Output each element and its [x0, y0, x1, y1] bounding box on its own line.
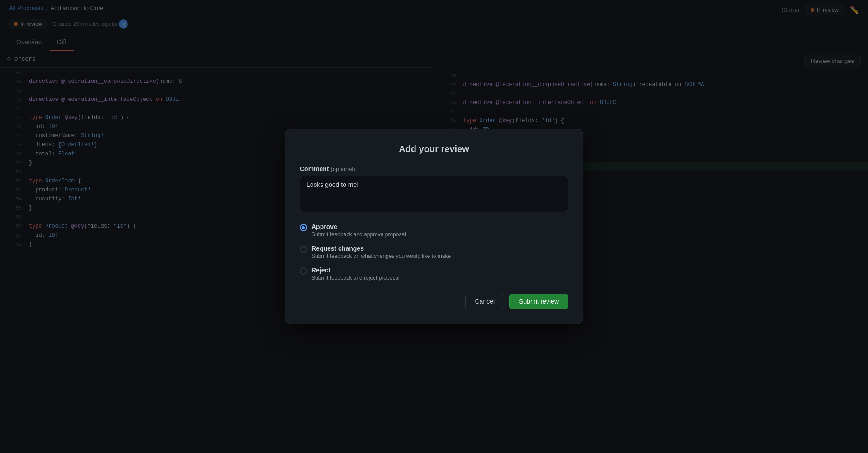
radio-btn-approve — [300, 224, 307, 231]
radio-reject-content: Reject Submit feedback and reject propos… — [311, 267, 400, 281]
submit-review-button[interactable]: Submit review — [509, 294, 568, 309]
radio-approve-desc: Submit feedback and approve proposal — [311, 231, 406, 238]
modal-actions: Cancel Submit review — [300, 294, 568, 309]
review-modal: Add your review Comment (optional) Looks… — [285, 129, 583, 324]
comment-label-text: Comment — [300, 165, 329, 172]
comment-textarea[interactable]: Looks good to me! — [300, 176, 568, 212]
radio-group: Approve Submit feedback and approve prop… — [300, 223, 568, 281]
radio-btn-request-changes — [300, 246, 307, 253]
radio-approve-content: Approve Submit feedback and approve prop… — [311, 223, 406, 238]
modal-title: Add your review — [300, 144, 568, 154]
radio-reject-desc: Submit feedback and reject proposal — [311, 275, 400, 281]
radio-reject-label: Reject — [311, 267, 400, 274]
radio-btn-reject — [300, 267, 307, 275]
radio-approve[interactable]: Approve Submit feedback and approve prop… — [300, 223, 568, 238]
radio-request-changes-label: Request changes — [311, 245, 451, 252]
radio-request-changes[interactable]: Request changes Submit feedback on what … — [300, 245, 568, 259]
radio-request-changes-desc: Submit feedback on what changes you woul… — [311, 253, 451, 259]
radio-request-changes-content: Request changes Submit feedback on what … — [311, 245, 451, 259]
cancel-button[interactable]: Cancel — [465, 294, 504, 309]
comment-optional-text: (optional) — [330, 166, 355, 172]
radio-reject[interactable]: Reject Submit feedback and reject propos… — [300, 267, 568, 281]
comment-label: Comment (optional) — [300, 165, 568, 172]
modal-overlay: Add your review Comment (optional) Looks… — [0, 0, 868, 453]
radio-approve-label: Approve — [311, 223, 406, 230]
